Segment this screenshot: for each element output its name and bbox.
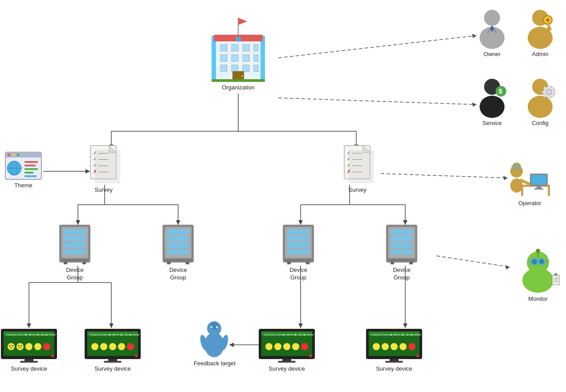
svg-rect-124 [391, 249, 413, 255]
svg-point-164 [301, 343, 308, 350]
svg-rect-197 [548, 27, 550, 28]
svg-rect-91 [349, 150, 374, 183]
service-icon: $ [476, 78, 508, 118]
svg-point-135 [34, 343, 41, 350]
svg-point-179 [416, 355, 419, 357]
survey-device-1-icon: Chúng tôi có phù hợp với nhu cầu của bạn… [0, 328, 58, 364]
operator-label: Operator [518, 200, 541, 207]
svg-rect-73 [24, 161, 38, 163]
svg-marker-31 [298, 323, 303, 328]
svg-rect-55 [243, 55, 249, 61]
svg-text:Chúng tôi có phù hợp với nhu c: Chúng tôi có phù hợp với nhu cầu của bạn… [90, 333, 140, 336]
device-group-1-node: Device Group [57, 222, 93, 282]
svg-point-69 [16, 154, 19, 156]
owner-node: Owner [476, 9, 508, 58]
svg-rect-53 [220, 55, 227, 61]
svg-line-36 [278, 36, 476, 58]
svg-point-185 [211, 326, 212, 328]
svg-rect-107 [165, 259, 191, 261]
svg-rect-52 [254, 44, 258, 51]
svg-point-162 [283, 343, 290, 350]
svg-point-139 [18, 345, 20, 347]
feedback-target-node: Feedback target [194, 320, 236, 368]
svg-point-67 [8, 154, 10, 156]
svg-point-140 [21, 345, 22, 347]
svg-rect-109 [186, 262, 189, 264]
svg-point-132 [8, 343, 15, 350]
svg-rect-154 [104, 361, 122, 363]
svg-rect-57 [220, 65, 227, 72]
svg-point-148 [91, 343, 98, 350]
svg-point-151 [118, 343, 125, 350]
svg-point-143 [51, 355, 54, 357]
svg-rect-104 [167, 236, 189, 241]
svg-point-62 [241, 75, 243, 77]
monitor-node: Monitor [516, 245, 560, 303]
svg-point-133 [16, 343, 24, 350]
feedback-target-icon [198, 320, 231, 358]
svg-point-198 [546, 18, 550, 22]
device-group-2-icon [160, 222, 196, 265]
svg-rect-49 [220, 44, 227, 51]
device-group-4-node: Device Group [384, 222, 419, 282]
svg-point-167 [309, 355, 312, 357]
svg-point-138 [12, 345, 13, 347]
survey-device-1-node: Chúng tôi có phù hợp với nhu cầu của bạn… [0, 328, 58, 373]
monitor-label: Monitor [528, 295, 547, 303]
survey-device-3-node: Chúng tôi có phù hợp với nhu cầu của bạn… [258, 328, 316, 373]
svg-rect-115 [287, 249, 309, 255]
svg-rect-241 [554, 273, 557, 276]
svg-rect-218 [548, 187, 550, 196]
svg-line-40 [381, 174, 508, 178]
svg-rect-59 [243, 65, 249, 72]
svg-rect-100 [82, 262, 86, 264]
svg-rect-220 [531, 175, 546, 185]
service-node: $ Service [476, 78, 508, 127]
theme-icon [4, 151, 42, 180]
svg-point-172 [373, 343, 380, 350]
admin-node: Admin [525, 9, 556, 58]
svg-rect-54 [232, 55, 238, 61]
svg-rect-58 [232, 65, 238, 72]
theme-label: Theme [14, 182, 32, 190]
svg-rect-114 [287, 242, 309, 248]
svg-rect-56 [254, 55, 258, 61]
svg-point-186 [216, 326, 218, 328]
device-group-1-label: Device Group [66, 267, 84, 282]
device-group-3-node: Device Group [281, 222, 316, 282]
device-group-4-label: Device Group [393, 267, 411, 282]
svg-point-136 [43, 343, 50, 350]
svg-line-229 [511, 166, 513, 167]
svg-rect-142 [20, 361, 38, 363]
svg-point-200 [480, 96, 505, 118]
svg-marker-43 [505, 265, 510, 270]
svg-point-137 [9, 345, 11, 347]
operator-node: Operator [508, 154, 552, 207]
svg-marker-37 [472, 34, 476, 38]
svg-rect-113 [287, 236, 309, 241]
survey-device-2-label: Survey device [94, 365, 131, 373]
svg-marker-26 [27, 323, 31, 328]
organization-node: Organization [207, 9, 269, 92]
feedback-target-label: Feedback target [194, 360, 236, 368]
svg-text:Chúng tôi có phù hợp với nhu c: Chúng tôi có phù hợp với nhu cầu của bạn… [371, 333, 422, 336]
svg-rect-76 [24, 172, 33, 174]
survey-right-label: Survey [348, 186, 366, 194]
svg-point-187 [484, 10, 500, 26]
svg-point-150 [109, 343, 116, 350]
owner-icon [476, 9, 508, 49]
survey-device-3-icon: Chúng tôi có phù hợp với nhu cầu của bạn… [258, 328, 316, 364]
svg-rect-121 [391, 229, 413, 234]
survey-left-label: Survey [94, 186, 112, 194]
svg-point-173 [382, 343, 389, 350]
device-group-1-icon [57, 222, 93, 265]
theme-node: Theme [4, 151, 42, 190]
svg-point-181 [211, 322, 218, 329]
svg-rect-98 [61, 259, 88, 261]
config-label: Config [532, 120, 549, 127]
svg-marker-48 [238, 18, 247, 25]
svg-point-155 [135, 355, 138, 357]
svg-point-152 [127, 343, 134, 350]
survey-device-4-node: Chúng tôi có phù hợp với nhu cầu của bạn… [365, 328, 423, 373]
organization-label: Organization [222, 84, 255, 92]
